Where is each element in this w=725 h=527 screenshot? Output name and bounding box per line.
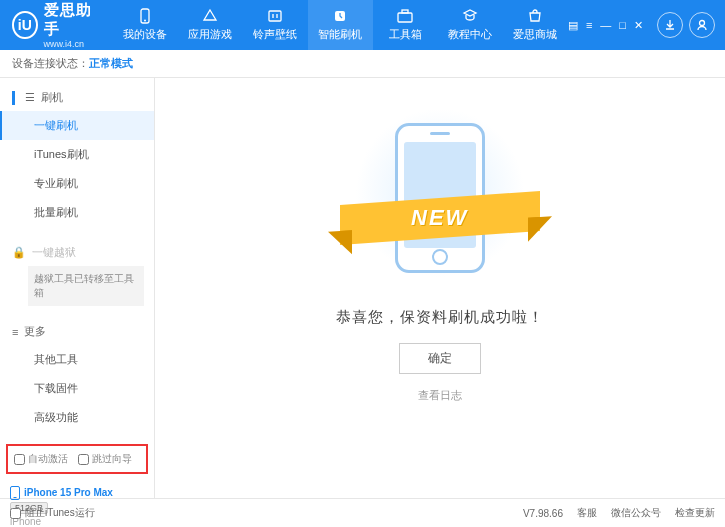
sidebar-item-other[interactable]: 其他工具	[0, 345, 154, 374]
nav-tutorials[interactable]: 教程中心	[438, 0, 503, 50]
store-icon	[525, 8, 545, 24]
download-button[interactable]	[657, 12, 683, 38]
maximize-icon[interactable]: □	[619, 19, 626, 32]
svg-rect-2	[269, 11, 281, 21]
footer-link-update[interactable]: 检查更新	[675, 506, 715, 520]
checkbox-skip-guide[interactable]: 跳过向导	[78, 452, 132, 466]
sidebar-jailbreak-notice: 越狱工具已转移至工具箱	[28, 266, 144, 306]
sidebar-section-jailbreak[interactable]: 🔒一键越狱	[0, 239, 154, 266]
checkbox-highlight-box: 自动激活 跳过向导	[6, 444, 148, 474]
status-bar: 设备连接状态： 正常模式	[0, 50, 725, 78]
sidebar-item-firmware[interactable]: 下载固件	[0, 374, 154, 403]
svg-rect-4	[398, 13, 412, 22]
title-bar: iU 爱思助手 www.i4.cn 我的设备 应用游戏 铃声壁纸 智能刷机 工具…	[0, 0, 725, 50]
sidebar-section-more[interactable]: ≡更多	[0, 318, 154, 345]
sidebar-item-pro[interactable]: 专业刷机	[0, 169, 154, 198]
svg-rect-5	[402, 10, 408, 13]
new-ribbon: NEW	[340, 191, 540, 245]
top-nav: 我的设备 应用游戏 铃声壁纸 智能刷机 工具箱 教程中心 爱思商城	[113, 0, 568, 50]
sidebar: ☰刷机 一键刷机 iTunes刷机 专业刷机 批量刷机 🔒一键越狱 越狱工具已转…	[0, 78, 155, 498]
sidebar-item-advanced[interactable]: 高级功能	[0, 403, 154, 432]
lock-icon: 🔒	[12, 246, 26, 259]
app-name: 爱思助手	[44, 1, 101, 39]
nav-toolbox[interactable]: 工具箱	[373, 0, 438, 50]
status-prefix: 设备连接状态：	[12, 56, 89, 71]
flash-icon	[330, 8, 350, 24]
list-icon: ☰	[25, 91, 35, 104]
nav-flash[interactable]: 智能刷机	[308, 0, 373, 50]
nav-ringtones[interactable]: 铃声壁纸	[243, 0, 308, 50]
more-icon: ≡	[12, 326, 18, 338]
ok-button[interactable]: 确定	[399, 343, 481, 374]
menu-icon[interactable]: ▤	[568, 19, 578, 32]
window-controls: ▤ ≡ — □ ✕	[568, 19, 643, 32]
phone-icon	[10, 486, 20, 500]
app-url: www.i4.cn	[44, 39, 101, 49]
svg-point-1	[144, 20, 146, 22]
logo-icon: iU	[12, 11, 38, 39]
apps-icon	[200, 8, 220, 24]
checkbox-auto-activate[interactable]: 自动激活	[14, 452, 68, 466]
minimize-icon[interactable]: —	[600, 19, 611, 32]
device-icon	[135, 8, 155, 24]
sidebar-section-flash[interactable]: ☰刷机	[0, 84, 154, 111]
sidebar-item-oneclick[interactable]: 一键刷机	[0, 111, 154, 140]
nav-my-device[interactable]: 我的设备	[113, 0, 178, 50]
checkbox-block-itunes[interactable]: 阻止iTunes运行	[10, 506, 95, 520]
toolbox-icon	[395, 8, 415, 24]
footer-link-support[interactable]: 客服	[577, 506, 597, 520]
user-button[interactable]	[689, 12, 715, 38]
nav-store[interactable]: 爱思商城	[503, 0, 568, 50]
close-icon[interactable]: ✕	[634, 19, 643, 32]
view-log-link[interactable]: 查看日志	[418, 388, 462, 403]
tutorial-icon	[460, 8, 480, 24]
main-content: NEW 恭喜您，保资料刷机成功啦！ 确定 查看日志	[155, 78, 725, 498]
success-illustration: NEW	[340, 108, 540, 288]
nav-apps[interactable]: 应用游戏	[178, 0, 243, 50]
logo-area: iU 爱思助手 www.i4.cn	[0, 1, 113, 49]
footer-link-wechat[interactable]: 微信公众号	[611, 506, 661, 520]
sidebar-item-itunes[interactable]: iTunes刷机	[0, 140, 154, 169]
svg-point-6	[700, 21, 705, 26]
status-mode: 正常模式	[89, 56, 133, 71]
ringtone-icon	[265, 8, 285, 24]
success-message: 恭喜您，保资料刷机成功啦！	[336, 308, 544, 327]
device-name: iPhone 15 Pro Max	[24, 487, 113, 498]
sidebar-item-batch[interactable]: 批量刷机	[0, 198, 154, 227]
tray-icon[interactable]: ≡	[586, 19, 592, 32]
version-label: V7.98.66	[523, 508, 563, 519]
